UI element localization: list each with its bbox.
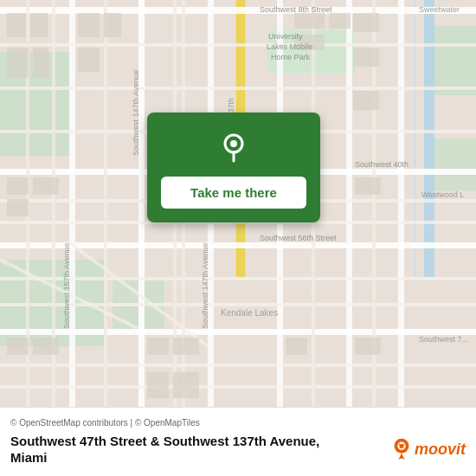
svg-rect-29 [0,385,476,389]
svg-point-89 [402,444,404,446]
location-city: Miami [10,450,48,465]
svg-rect-20 [69,0,75,407]
svg-text:Southwest 147th Avenue: Southwest 147th Avenue [201,243,209,329]
svg-rect-63 [286,338,307,355]
svg-rect-32 [104,0,107,407]
svg-rect-21 [0,43,476,47]
svg-rect-55 [355,177,381,195]
svg-rect-44 [104,13,121,37]
svg-text:Westwood L: Westwood L [421,190,464,199]
svg-text:Southwest 157th Avenue: Southwest 157th Avenue [62,243,71,329]
svg-rect-39 [7,13,26,37]
location-street: Southwest 47th Street & Southwest 137th … [10,434,319,448]
svg-rect-66 [173,372,199,398]
svg-rect-27 [0,303,476,306]
svg-text:Southwest 8th Street: Southwest 8th Street [260,5,332,14]
svg-rect-18 [346,0,352,407]
svg-rect-28 [0,363,476,367]
svg-text:Southwest 56th Street: Southwest 56th Street [260,234,337,242]
svg-text:Sweetwater: Sweetwater [419,5,460,14]
svg-rect-65 [147,372,169,398]
svg-rect-22 [0,87,476,90]
moovit-brand-name: moovit [415,441,466,459]
svg-rect-43 [78,13,100,37]
svg-rect-57 [353,48,379,67]
svg-text:Home Park: Home Park [271,53,311,61]
moovit-logo: moovit [392,437,466,461]
bottom-bar: © OpenStreetMap contributors | © OpenMap… [0,407,476,476]
svg-rect-61 [147,338,169,355]
svg-text:Lakes Mobile: Lakes Mobile [267,42,312,51]
location-name: Southwest 47th Street & Southwest 137th … [10,433,382,466]
svg-rect-58 [353,91,379,110]
map-attribution: © OpenStreetMap contributors | © OpenMap… [10,418,466,428]
svg-rect-7 [424,0,434,277]
take-me-there-button[interactable]: Take me there [161,177,306,209]
svg-rect-26 [0,277,476,280]
svg-rect-42 [33,48,48,78]
svg-rect-50 [33,177,59,195]
map-container: Southwest 137th Southwest 147th Avenue S… [0,0,476,407]
svg-text:Southwest 7...: Southwest 7... [419,335,468,344]
svg-rect-47 [329,13,351,29]
svg-text:Southwest 147th Avenue: Southwest 147th Avenue [132,70,140,156]
svg-text:Kendale Lakes: Kendale Lakes [221,308,278,318]
svg-point-83 [230,140,237,147]
svg-rect-59 [7,338,29,355]
moovit-mascot-icon [392,437,411,461]
svg-rect-19 [398,0,404,407]
svg-text:University: University [268,32,303,41]
svg-rect-60 [33,338,59,355]
svg-rect-45 [78,48,100,72]
svg-rect-51 [7,199,29,216]
svg-rect-8 [414,0,416,277]
svg-rect-49 [7,177,29,195]
navigation-card: Take me there [147,113,320,222]
svg-text:Southwest 40th: Southwest 40th [355,160,408,169]
location-row: Southwest 47th Street & Southwest 137th … [10,433,466,466]
svg-rect-64 [355,338,381,355]
svg-point-88 [399,444,401,446]
svg-rect-41 [7,48,29,78]
svg-rect-15 [138,0,145,407]
location-pin-icon [215,128,253,166]
svg-rect-62 [173,338,199,355]
svg-rect-40 [30,13,48,37]
svg-rect-56 [353,13,379,32]
svg-rect-46 [294,13,325,29]
